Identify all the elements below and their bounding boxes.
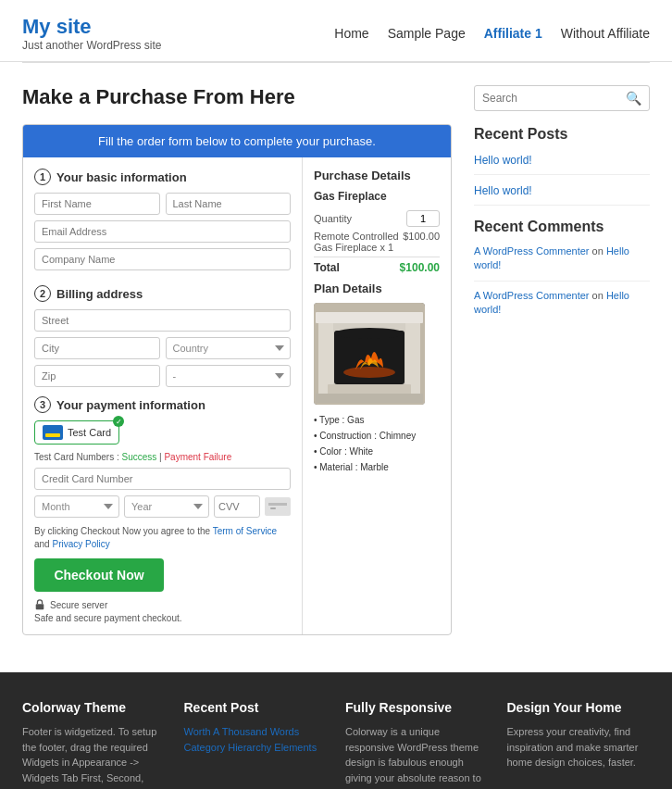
zip-input[interactable] [34,365,160,387]
street-input[interactable] [34,309,291,332]
comment-author-1[interactable]: A WordPress Commenter [474,290,590,301]
checkmark-icon: ✓ [113,416,124,427]
footer-grid: Colorway Theme Footer is widgetized. To … [22,700,650,789]
test-card-numbers: Test Card Numbers : Success | Payment Fa… [34,452,291,462]
zip-row: - [34,365,291,387]
credit-card-input[interactable] [34,468,291,490]
payment-section-title: 3 Your payment information [34,396,291,413]
total-label: Total [314,261,340,274]
comment-author-0[interactable]: A WordPress Commenter [474,245,590,257]
site-header: My site Just another WordPress site Home… [0,0,672,63]
site-footer: Colorway Theme Footer is widgetized. To … [0,672,672,789]
secure-server: Secure server [34,599,291,610]
email-input[interactable] [34,220,291,243]
nav-affiliate1[interactable]: Affiliate 1 [484,26,542,41]
state-select[interactable]: - [166,365,292,387]
name-row [34,193,291,215]
footer-col-3: Design Your Home Express your creativity… [507,700,651,789]
comment-0: A WordPress Commenter on Hello world! [474,244,650,273]
site-branding: My site Just another WordPress site [22,15,162,52]
plan-detail-2: Color : White [314,444,440,459]
plan-detail-0: Type : Gas [314,412,440,428]
payment-section: 3 Your payment information Test Card ✓ T… [34,396,291,623]
footer-col-text-2: Colorway is a unique responsive WordPres… [345,724,489,789]
payment-expiry-row: Month Year [34,495,291,518]
footer-col-title-1: Recent Post [184,700,328,715]
section-number-2: 2 [34,285,51,302]
nav-home[interactable]: Home [334,26,368,41]
footer-col-links-1: Worth A Thousand Words Category Hierarch… [184,724,328,755]
sidebar-divider-2 [474,281,650,282]
comment-on-0: on [592,245,604,257]
footer-link-0[interactable]: Worth A Thousand Words [184,726,300,737]
total-row: Total $100.00 [314,257,440,274]
svg-point-10 [334,328,404,339]
year-select[interactable]: Year [124,495,209,518]
svg-rect-3 [36,604,44,609]
main-nav: Home Sample Page Affiliate 1 Without Aff… [334,26,650,41]
purchase-details-title: Purchase Details [314,169,440,182]
failure-link[interactable]: Payment Failure [164,452,231,462]
price-row: Remote Controlled Gas Fireplace x 1 $100… [314,231,440,253]
checkout-button[interactable]: Checkout Now [34,558,164,592]
country-select[interactable]: Country [166,337,292,359]
svg-rect-2 [270,507,276,509]
svg-rect-6 [316,312,423,323]
plan-detail-3: Material : Marble [314,459,440,475]
company-input[interactable] [34,248,291,270]
search-button[interactable]: 🔍 [626,91,641,106]
plan-detail-1: Construction : Chimney [314,428,440,444]
first-name-input[interactable] [34,193,160,215]
section-number-1: 1 [34,169,51,185]
content-area: Make a Purchase From Here Fill the order… [22,85,452,635]
quantity-label: Quantity [314,213,352,224]
post-link-1[interactable]: Hello world! [474,184,532,197]
last-name-input[interactable] [166,193,292,215]
quantity-input[interactable] [406,210,440,227]
svg-rect-1 [268,503,287,506]
sidebar-divider-0 [474,174,650,175]
footer-col-0: Colorway Theme Footer is widgetized. To … [22,700,166,789]
billing-section-title: 2 Billing address [34,285,291,302]
cvv-input[interactable] [214,495,260,518]
product-name: Gas Fireplace [314,190,440,203]
footer-col-2: Fully Responsive Colorway is a unique re… [345,700,489,789]
quantity-row: Quantity [314,210,440,227]
nav-sample-page[interactable]: Sample Page [388,26,466,41]
purchase-form: Fill the order form below to complete yo… [22,124,452,635]
sidebar-divider-1 [474,205,650,206]
total-value: $100.00 [400,261,440,274]
city-input[interactable] [34,337,160,359]
footer-link-1[interactable]: Category Hierarchy Elements [184,742,317,753]
svg-rect-0 [268,500,287,513]
fireplace-image [314,303,425,405]
terms-of-service-link[interactable]: Term of Service [213,526,277,536]
card-badge: Test Card ✓ [34,420,119,445]
nav-without-affiliate[interactable]: Without Affiliate [561,26,650,41]
basic-info-label: Your basic information [56,170,187,184]
city-country-row: Country [34,337,291,359]
plan-details-title: Plan Details [314,282,440,295]
sidebar-post-0: Hello world! [474,152,650,167]
post-link-0[interactable]: Hello world! [474,154,532,167]
comment-on-1: on [592,290,604,301]
month-select[interactable]: Month [34,495,119,518]
comment-1: A WordPress Commenter on Hello world! [474,289,650,318]
lock-icon [34,599,45,610]
svg-point-11 [343,367,395,378]
privacy-policy-link[interactable]: Privacy Policy [52,539,109,549]
payment-label: Your payment information [56,398,205,412]
plan-details-list: Type : Gas Construction : Chimney Color … [314,412,440,475]
billing-label: Billing address [56,287,143,301]
search-input[interactable] [482,92,626,105]
basic-info-section-title: 1 Your basic information [34,169,291,185]
form-header: Fill the order form below to complete yo… [23,125,451,157]
sidebar: 🔍 Recent Posts Hello world! Hello world!… [474,85,650,635]
search-box: 🔍 [474,85,650,111]
site-tagline: Just another WordPress site [22,39,162,52]
recent-comments-title: Recent Comments [474,219,650,235]
footer-col-text-3: Express your creativity, find inspiratio… [507,724,651,770]
success-link[interactable]: Success [121,452,156,462]
terms-text: By clicking Checkout Now you agree to th… [34,525,291,551]
secure-server-label: Secure server [50,600,107,610]
